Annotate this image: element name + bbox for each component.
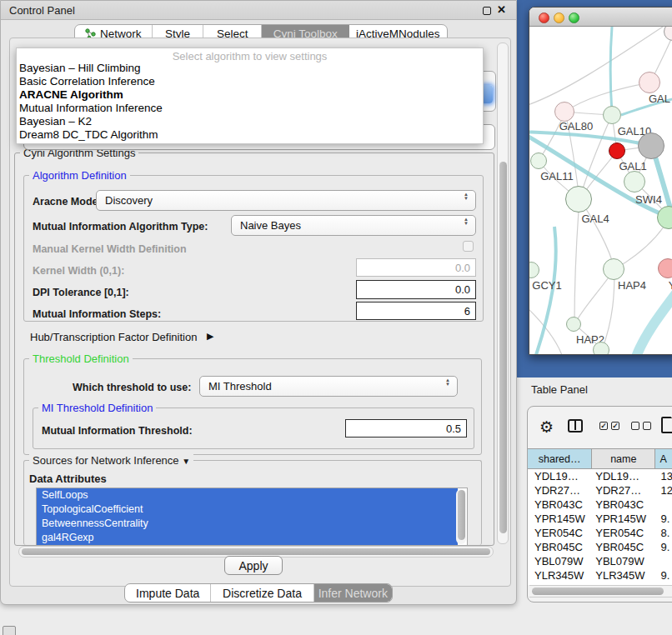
settings-vertical-scrollbar-thumb[interactable] bbox=[499, 162, 507, 533]
stepper-icon: ▲▼ bbox=[445, 378, 450, 387]
cell-name: YDL19… bbox=[592, 469, 655, 483]
mi-threshold-field[interactable]: 0.5 bbox=[345, 419, 467, 438]
split-view-icon[interactable] bbox=[568, 419, 583, 432]
kernel-width-field: 0.0 bbox=[356, 258, 476, 277]
tab-discretize-data[interactable]: Discretize Data bbox=[211, 584, 313, 602]
gear-icon[interactable]: ⚙ bbox=[539, 418, 554, 437]
data-attributes-list[interactable]: SelfLoops TopologicalCoefficient Between… bbox=[36, 488, 468, 546]
list-item[interactable]: gal4RGexp bbox=[37, 531, 458, 545]
dropdown-item-selected[interactable]: ARACNE Algorithm bbox=[17, 88, 483, 102]
network-node-gal10[interactable] bbox=[603, 106, 621, 124]
zoom-traffic-light-icon[interactable] bbox=[569, 12, 579, 23]
cell-value: 8. bbox=[655, 526, 672, 540]
network-node-y-partial[interactable] bbox=[658, 258, 672, 278]
network-node-hap4[interactable] bbox=[603, 258, 624, 280]
screen: GAL GAL80 GAL10 GAL1 GAL11 GAL4 SWI4 GCY… bbox=[0, 0, 672, 635]
cell-shared-name: YBR043C bbox=[528, 498, 592, 512]
minimize-traffic-light-icon[interactable] bbox=[554, 12, 564, 23]
sources-group: Sources for Network Inference ▼ Data Att… bbox=[23, 460, 482, 545]
which-threshold-combo[interactable]: MI Threshold ▲▼ bbox=[199, 376, 458, 397]
table-row[interactable]: YDR27…YDR27…12 bbox=[528, 483, 672, 498]
mi-threshold-definition-group: MI Threshold Definition Mutual Informati… bbox=[33, 408, 474, 449]
network-node-gal4[interactable] bbox=[565, 186, 592, 212]
dropdown-item[interactable]: Bayesian – Hill Climbing bbox=[17, 62, 483, 75]
close-traffic-light-icon[interactable] bbox=[539, 12, 549, 23]
network-view-window: GAL GAL80 GAL10 GAL1 GAL11 GAL4 SWI4 GCY… bbox=[529, 7, 672, 355]
cell-name: YPR145W bbox=[592, 512, 655, 526]
cell-value: 9. bbox=[655, 568, 672, 582]
dropdown-item[interactable]: Mutual Information Inference bbox=[17, 102, 483, 115]
network-window-titlebar[interactable] bbox=[529, 8, 672, 27]
close-icon[interactable]: ✕ bbox=[497, 3, 506, 16]
cell-shared-name: YBL079W bbox=[528, 554, 592, 568]
column-header-name[interactable]: name bbox=[592, 449, 655, 468]
network-node-gray[interactable] bbox=[638, 132, 664, 159]
unchecked-checkbox-icon[interactable] bbox=[631, 422, 639, 430]
tab-infer-network[interactable]: Infer Network bbox=[314, 584, 392, 602]
sources-title: Sources for Network Inference bbox=[33, 454, 179, 467]
dropdown-prompt: Select algorithm to view settings bbox=[17, 48, 483, 62]
dpi-tolerance-label: DPI Tolerance [0,1]: bbox=[33, 287, 129, 298]
cell-shared-name: YPR145W bbox=[528, 512, 592, 526]
field-value: 0.0 bbox=[455, 262, 470, 274]
list-item[interactable]: BetweennessCentrality bbox=[37, 517, 458, 531]
table-horizontal-scrollbar-thumb[interactable] bbox=[532, 588, 664, 595]
disclosure-triangle-icon[interactable]: ▼ bbox=[182, 457, 190, 466]
list-item[interactable]: TopologicalCoefficient bbox=[37, 502, 458, 517]
column-header-shared-name[interactable]: shared… bbox=[528, 449, 592, 468]
table-row[interactable]: YLR345WYLR345W9. bbox=[528, 568, 672, 582]
settings-vertical-scrollbar[interactable] bbox=[497, 42, 509, 544]
mi-algorithm-type-label: Mutual Information Algorithm Type: bbox=[33, 221, 208, 232]
list-vertical-scrollbar[interactable] bbox=[456, 489, 466, 544]
dropdown-item[interactable]: Bayesian – K2 bbox=[17, 115, 483, 128]
manual-kernel-width-checkbox bbox=[463, 241, 474, 252]
apply-button[interactable]: Apply bbox=[224, 556, 283, 575]
disclosure-triangle-icon[interactable]: ▶ bbox=[207, 331, 213, 342]
list-item[interactable]: SelfLoops bbox=[37, 488, 458, 502]
network-node-label: HAP4 bbox=[618, 279, 646, 292]
table-row[interactable]: YDL19…YDL19…13 bbox=[528, 469, 672, 483]
mi-threshold-label: Mutual Information Threshold: bbox=[42, 425, 193, 437]
mi-steps-label: Mutual Information Steps: bbox=[33, 308, 161, 320]
cell-shared-name: YDR27… bbox=[528, 483, 592, 498]
network-node-red[interactable] bbox=[609, 142, 625, 159]
checked-checkbox-icon[interactable]: ✓ bbox=[611, 422, 619, 430]
table-row[interactable]: YBL079WYBL079W bbox=[528, 554, 672, 568]
settings-horizontal-scrollbar-thumb[interactable] bbox=[22, 548, 490, 555]
table-row[interactable]: YPR145WYPR145W9. bbox=[528, 512, 672, 526]
table-row[interactable]: YER054CYER054C8. bbox=[528, 526, 672, 540]
minimized-panel-icon[interactable] bbox=[3, 626, 16, 635]
tab-label: Discretize Data bbox=[223, 587, 302, 600]
dropdown-item[interactable]: Basic Correlation Inference bbox=[17, 75, 483, 88]
network-node-partial-bottom[interactable] bbox=[593, 342, 609, 355]
threshold-definition-group: Threshold Definition Which threshold to … bbox=[23, 358, 482, 455]
float-window-icon[interactable] bbox=[483, 7, 491, 15]
dpi-tolerance-field[interactable]: 0.0 bbox=[356, 280, 476, 299]
control-panel-titlebar[interactable]: Control Panel ✕ bbox=[1, 1, 516, 20]
network-node-gal1[interactable] bbox=[624, 171, 645, 192]
table-row[interactable]: YBR043CYBR043C bbox=[528, 498, 672, 512]
network-node-gal-partial[interactable] bbox=[639, 72, 660, 93]
list-vertical-scrollbar-thumb[interactable] bbox=[458, 490, 465, 540]
table-panel-title: Table Panel bbox=[531, 383, 588, 396]
new-document-icon[interactable] bbox=[661, 417, 672, 433]
table-row[interactable]: YBR045CYBR045C9. bbox=[528, 540, 672, 554]
dropdown-item[interactable]: Dream8 DC_TDC Algorithm bbox=[17, 128, 483, 142]
mi-algorithm-type-combo[interactable]: Naive Bayes ▲▼ bbox=[231, 215, 476, 236]
network-node-hap2[interactable] bbox=[566, 317, 581, 332]
network-node-gal11[interactable] bbox=[530, 152, 547, 169]
tab-impute-data[interactable]: Impute Data bbox=[125, 584, 211, 602]
algorithm-definition-group: Algorithm Definition Aracne Mode: Discov… bbox=[23, 175, 484, 322]
aracne-mode-combo[interactable]: Discovery ▲▼ bbox=[96, 190, 476, 211]
network-node-label: GCY1 bbox=[532, 279, 561, 292]
checked-checkbox-icon[interactable]: ✓ bbox=[599, 422, 608, 430]
table-body[interactable]: YDL19…YDL19…13 YDR27…YDR27…12 YBR043CYBR… bbox=[528, 469, 672, 585]
unchecked-checkbox-icon[interactable] bbox=[643, 422, 651, 430]
network-node-gal80[interactable] bbox=[554, 102, 574, 122]
column-header-partial[interactable]: A bbox=[655, 449, 672, 468]
network-node-label: SWI4 bbox=[635, 193, 662, 206]
table-horizontal-scrollbar[interactable] bbox=[529, 585, 672, 598]
network-canvas[interactable]: GAL GAL80 GAL10 GAL1 GAL11 GAL4 SWI4 GCY… bbox=[529, 27, 672, 355]
mi-steps-field[interactable]: 6 bbox=[356, 302, 476, 320]
cell-shared-name: YLR345W bbox=[528, 568, 592, 582]
